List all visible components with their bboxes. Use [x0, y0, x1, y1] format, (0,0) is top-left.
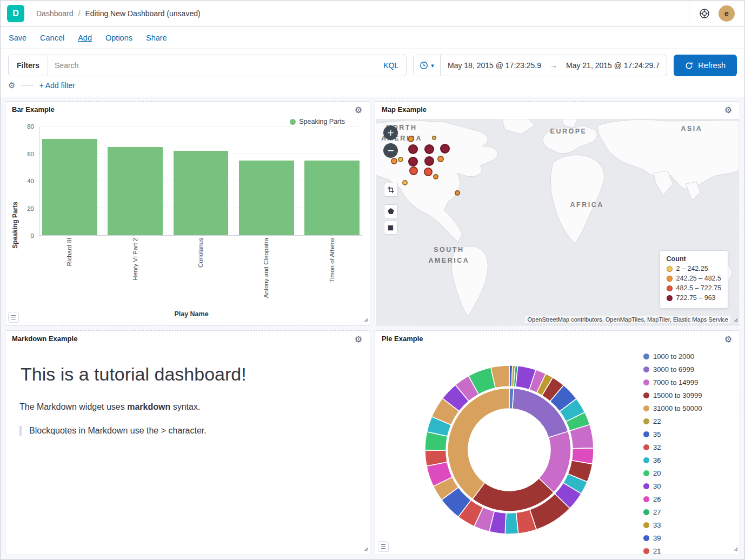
legend-label: Speaking Parts: [299, 118, 345, 125]
polygon-tool-icon[interactable]: [384, 204, 398, 218]
panel-resize-handle[interactable]: [730, 314, 739, 325]
panel-options-gear-icon[interactable]: ⚙: [721, 335, 735, 344]
panel-options-gear-icon[interactable]: ⚙: [351, 335, 365, 344]
map-marker[interactable]: [437, 156, 444, 162]
pie-legend-item[interactable]: 33: [643, 518, 736, 531]
y-axis-title-text: Speaking Parts: [11, 202, 19, 249]
legend-toggle-icon[interactable]: ☰: [378, 541, 389, 552]
add-button[interactable]: Add: [78, 34, 92, 42]
pie-slice-17[interactable]: [505, 512, 518, 534]
pie-legend-item[interactable]: 27: [643, 505, 736, 518]
legend-label: 36: [653, 456, 661, 464]
legend-swatch: [643, 444, 649, 450]
query-bar: Filters KQL ▾ May 18, 2015 @ 17:23:25.9 …: [1, 49, 744, 79]
map-legend-row: 242.25 – 482.5: [667, 275, 721, 282]
legend-swatch: [643, 522, 649, 528]
legend-label: 15000 to 30999: [653, 391, 702, 399]
pie-legend-item[interactable]: 20: [643, 466, 736, 479]
pie-chart: [375, 344, 643, 555]
time-picker: ▾ May 18, 2015 @ 17:23:25.9 → May 21, 20…: [413, 55, 667, 76]
bar-3[interactable]: [239, 161, 294, 235]
rectangle-tool-icon[interactable]: ■: [384, 221, 398, 235]
save-button[interactable]: Save: [9, 34, 26, 42]
date-from[interactable]: May 18, 2015 @ 17:23:25.9: [448, 61, 541, 70]
pie-legend-item[interactable]: 32: [643, 441, 736, 454]
date-to[interactable]: May 21, 2015 @ 17:24:29.7: [566, 61, 660, 70]
refresh-button[interactable]: Refresh: [674, 55, 737, 76]
panel-resize-handle[interactable]: [730, 543, 739, 554]
map-canvas[interactable]: NORTH AMERICAEUROPEASIAAFRICASOUTH AMERI…: [376, 119, 739, 325]
pie-legend-item[interactable]: 26: [643, 492, 736, 505]
map-marker[interactable]: [408, 144, 418, 154]
map-attribution[interactable]: OpenStreetMap contributors, OpenMapTiles…: [525, 316, 730, 323]
pie-legend-item[interactable]: 1000 to 2000: [643, 350, 736, 363]
filter-options-gear-icon[interactable]: ⚙: [8, 82, 15, 90]
pie-svg: [409, 349, 610, 550]
legend-swatch: [643, 431, 649, 437]
panel-options-gear-icon[interactable]: ⚙: [721, 105, 735, 115]
top-bar: D Dashboard / Editing New Dashboard (uns…: [1, 1, 744, 27]
zoom-in-button[interactable]: +: [383, 125, 398, 140]
zoom-out-button[interactable]: −: [383, 143, 398, 158]
pie-legend: 1000 to 20003000 to 69997000 to 14999150…: [643, 344, 740, 555]
panel-resize-handle[interactable]: [360, 314, 369, 325]
legend-swatch: [290, 119, 296, 125]
bar-1[interactable]: [108, 147, 163, 235]
pie-legend-item[interactable]: 36: [643, 454, 736, 466]
options-button[interactable]: Options: [105, 34, 132, 42]
filters-button[interactable]: Filters: [9, 55, 48, 76]
markdown-heading: This is a tutorial dashboard!: [21, 364, 356, 385]
paragraph-suffix: syntax.: [170, 402, 200, 411]
markdown-blockquote: Blockquotes in Markdown use the > charac…: [19, 426, 356, 436]
legend-label: 30: [653, 482, 661, 490]
bar-2[interactable]: [174, 151, 229, 235]
map-marker[interactable]: [424, 168, 433, 176]
map-marker[interactable]: [432, 136, 436, 140]
share-button[interactable]: Share: [146, 34, 167, 42]
chevron-down-icon: ▾: [431, 62, 434, 69]
map-marker[interactable]: [440, 144, 450, 154]
map-marker[interactable]: [408, 136, 414, 142]
legend-label: 31000 to 50000: [653, 404, 702, 412]
avatar[interactable]: e: [719, 5, 735, 22]
panel-bar-example: Bar Example ⚙ Speaking Parts Speaking Pa…: [5, 101, 370, 326]
kql-button[interactable]: KQL: [376, 61, 406, 70]
pie-legend-item[interactable]: 30: [643, 479, 736, 492]
pie-legend-item[interactable]: 35: [643, 428, 736, 441]
help-icon[interactable]: [699, 8, 710, 19]
elastic-logo[interactable]: D: [7, 5, 24, 22]
panel-pie-example: Pie Example ⚙ 1000 to 20003000 to 699970…: [375, 330, 740, 555]
add-filter-button[interactable]: + Add filter: [39, 81, 75, 90]
search-input[interactable]: [48, 61, 376, 70]
map-marker[interactable]: [424, 156, 434, 166]
map-marker[interactable]: [455, 190, 460, 196]
top-nav-menu: Save Cancel Add Options Share: [1, 27, 744, 49]
bar-4[interactable]: [304, 161, 360, 235]
bar-0[interactable]: [42, 139, 97, 235]
map-marker[interactable]: [398, 157, 403, 162]
pie-legend-item[interactable]: 31000 to 50000: [643, 402, 736, 415]
map-marker[interactable]: [433, 174, 438, 179]
pie-legend-item[interactable]: 22: [643, 415, 736, 428]
map-marker[interactable]: [424, 144, 434, 154]
map-marker[interactable]: [408, 157, 418, 166]
crop-tool-icon[interactable]: [384, 183, 398, 197]
map-marker[interactable]: [402, 180, 408, 185]
map-marker[interactable]: [409, 166, 418, 175]
pie-legend-item[interactable]: 7000 to 14999: [643, 376, 736, 389]
filter-divider: [21, 85, 33, 86]
refresh-icon: [685, 62, 693, 70]
legend-swatch: [643, 354, 649, 359]
panel-resize-handle[interactable]: [360, 543, 369, 554]
pie-legend-item[interactable]: 15000 to 30999: [643, 389, 736, 402]
pie-legend-item[interactable]: 21: [643, 544, 736, 555]
pie-legend-item[interactable]: 39: [643, 531, 736, 544]
cancel-button[interactable]: Cancel: [40, 34, 64, 42]
time-quick-select-button[interactable]: ▾: [414, 55, 441, 76]
pie-legend-item[interactable]: 3000 to 6999: [643, 363, 736, 376]
legend-toggle-icon[interactable]: ☰: [8, 312, 19, 323]
bar-legend-item[interactable]: Speaking Parts: [290, 115, 370, 125]
breadcrumb-dashboard[interactable]: Dashboard: [36, 9, 74, 18]
legend-label: 7000 to 14999: [653, 378, 698, 386]
panel-options-gear-icon[interactable]: ⚙: [351, 105, 365, 115]
